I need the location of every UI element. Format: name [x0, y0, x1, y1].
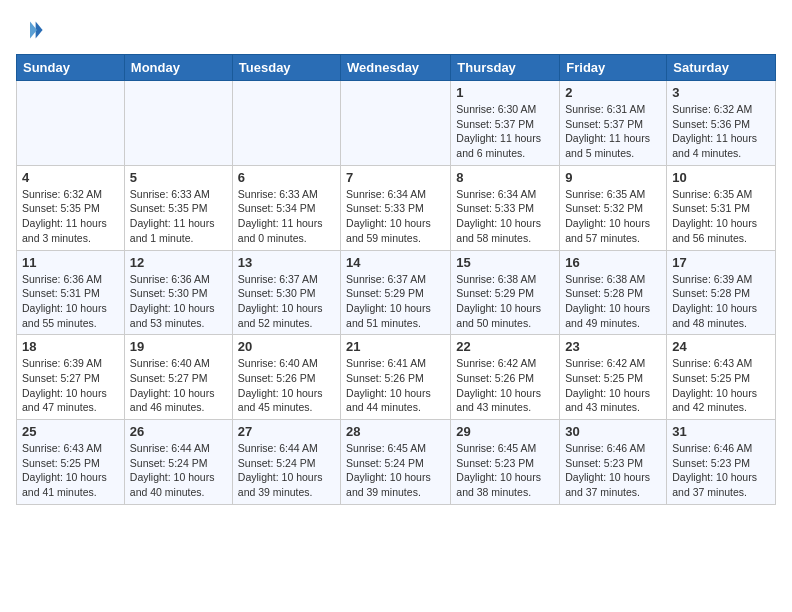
- day-info: Sunrise: 6:35 AM Sunset: 5:31 PM Dayligh…: [672, 187, 770, 246]
- day-cell: 26Sunrise: 6:44 AM Sunset: 5:24 PM Dayli…: [124, 420, 232, 505]
- day-number: 27: [238, 424, 335, 439]
- day-cell: [124, 81, 232, 166]
- day-cell: 17Sunrise: 6:39 AM Sunset: 5:28 PM Dayli…: [667, 250, 776, 335]
- day-cell: 4Sunrise: 6:32 AM Sunset: 5:35 PM Daylig…: [17, 165, 125, 250]
- day-number: 28: [346, 424, 445, 439]
- week-row-5: 25Sunrise: 6:43 AM Sunset: 5:25 PM Dayli…: [17, 420, 776, 505]
- day-cell: 14Sunrise: 6:37 AM Sunset: 5:29 PM Dayli…: [341, 250, 451, 335]
- header-monday: Monday: [124, 55, 232, 81]
- day-info: Sunrise: 6:45 AM Sunset: 5:23 PM Dayligh…: [456, 441, 554, 500]
- day-number: 21: [346, 339, 445, 354]
- day-number: 15: [456, 255, 554, 270]
- day-cell: 15Sunrise: 6:38 AM Sunset: 5:29 PM Dayli…: [451, 250, 560, 335]
- day-number: 13: [238, 255, 335, 270]
- day-number: 3: [672, 85, 770, 100]
- day-cell: [232, 81, 340, 166]
- day-cell: 25Sunrise: 6:43 AM Sunset: 5:25 PM Dayli…: [17, 420, 125, 505]
- day-number: 20: [238, 339, 335, 354]
- day-cell: 5Sunrise: 6:33 AM Sunset: 5:35 PM Daylig…: [124, 165, 232, 250]
- day-number: 2: [565, 85, 661, 100]
- day-number: 29: [456, 424, 554, 439]
- day-info: Sunrise: 6:39 AM Sunset: 5:28 PM Dayligh…: [672, 272, 770, 331]
- day-info: Sunrise: 6:43 AM Sunset: 5:25 PM Dayligh…: [672, 356, 770, 415]
- logo-icon: [16, 16, 44, 44]
- day-info: Sunrise: 6:46 AM Sunset: 5:23 PM Dayligh…: [565, 441, 661, 500]
- day-cell: [341, 81, 451, 166]
- day-cell: 11Sunrise: 6:36 AM Sunset: 5:31 PM Dayli…: [17, 250, 125, 335]
- day-info: Sunrise: 6:33 AM Sunset: 5:34 PM Dayligh…: [238, 187, 335, 246]
- day-cell: 27Sunrise: 6:44 AM Sunset: 5:24 PM Dayli…: [232, 420, 340, 505]
- day-info: Sunrise: 6:31 AM Sunset: 5:37 PM Dayligh…: [565, 102, 661, 161]
- day-number: 25: [22, 424, 119, 439]
- day-cell: 7Sunrise: 6:34 AM Sunset: 5:33 PM Daylig…: [341, 165, 451, 250]
- day-info: Sunrise: 6:45 AM Sunset: 5:24 PM Dayligh…: [346, 441, 445, 500]
- day-info: Sunrise: 6:33 AM Sunset: 5:35 PM Dayligh…: [130, 187, 227, 246]
- day-number: 31: [672, 424, 770, 439]
- day-cell: 22Sunrise: 6:42 AM Sunset: 5:26 PM Dayli…: [451, 335, 560, 420]
- day-cell: 16Sunrise: 6:38 AM Sunset: 5:28 PM Dayli…: [560, 250, 667, 335]
- day-cell: 8Sunrise: 6:34 AM Sunset: 5:33 PM Daylig…: [451, 165, 560, 250]
- day-cell: 31Sunrise: 6:46 AM Sunset: 5:23 PM Dayli…: [667, 420, 776, 505]
- day-info: Sunrise: 6:42 AM Sunset: 5:26 PM Dayligh…: [456, 356, 554, 415]
- day-number: 24: [672, 339, 770, 354]
- day-cell: 6Sunrise: 6:33 AM Sunset: 5:34 PM Daylig…: [232, 165, 340, 250]
- week-row-2: 4Sunrise: 6:32 AM Sunset: 5:35 PM Daylig…: [17, 165, 776, 250]
- day-number: 12: [130, 255, 227, 270]
- day-info: Sunrise: 6:41 AM Sunset: 5:26 PM Dayligh…: [346, 356, 445, 415]
- day-info: Sunrise: 6:43 AM Sunset: 5:25 PM Dayligh…: [22, 441, 119, 500]
- day-cell: 12Sunrise: 6:36 AM Sunset: 5:30 PM Dayli…: [124, 250, 232, 335]
- day-info: Sunrise: 6:46 AM Sunset: 5:23 PM Dayligh…: [672, 441, 770, 500]
- day-number: 23: [565, 339, 661, 354]
- day-number: 1: [456, 85, 554, 100]
- day-info: Sunrise: 6:34 AM Sunset: 5:33 PM Dayligh…: [456, 187, 554, 246]
- day-number: 11: [22, 255, 119, 270]
- day-info: Sunrise: 6:38 AM Sunset: 5:29 PM Dayligh…: [456, 272, 554, 331]
- day-cell: 1Sunrise: 6:30 AM Sunset: 5:37 PM Daylig…: [451, 81, 560, 166]
- week-row-3: 11Sunrise: 6:36 AM Sunset: 5:31 PM Dayli…: [17, 250, 776, 335]
- header-thursday: Thursday: [451, 55, 560, 81]
- day-number: 4: [22, 170, 119, 185]
- day-number: 30: [565, 424, 661, 439]
- day-info: Sunrise: 6:42 AM Sunset: 5:25 PM Dayligh…: [565, 356, 661, 415]
- day-cell: [17, 81, 125, 166]
- day-cell: 24Sunrise: 6:43 AM Sunset: 5:25 PM Dayli…: [667, 335, 776, 420]
- day-number: 14: [346, 255, 445, 270]
- day-cell: 9Sunrise: 6:35 AM Sunset: 5:32 PM Daylig…: [560, 165, 667, 250]
- calendar-header: SundayMondayTuesdayWednesdayThursdayFrid…: [17, 55, 776, 81]
- day-cell: 3Sunrise: 6:32 AM Sunset: 5:36 PM Daylig…: [667, 81, 776, 166]
- day-number: 16: [565, 255, 661, 270]
- day-cell: 29Sunrise: 6:45 AM Sunset: 5:23 PM Dayli…: [451, 420, 560, 505]
- day-cell: 28Sunrise: 6:45 AM Sunset: 5:24 PM Dayli…: [341, 420, 451, 505]
- day-cell: 2Sunrise: 6:31 AM Sunset: 5:37 PM Daylig…: [560, 81, 667, 166]
- day-number: 17: [672, 255, 770, 270]
- header-sunday: Sunday: [17, 55, 125, 81]
- day-number: 18: [22, 339, 119, 354]
- day-info: Sunrise: 6:37 AM Sunset: 5:30 PM Dayligh…: [238, 272, 335, 331]
- day-info: Sunrise: 6:44 AM Sunset: 5:24 PM Dayligh…: [238, 441, 335, 500]
- calendar-body: 1Sunrise: 6:30 AM Sunset: 5:37 PM Daylig…: [17, 81, 776, 505]
- calendar-table: SundayMondayTuesdayWednesdayThursdayFrid…: [16, 54, 776, 505]
- logo: [16, 16, 48, 44]
- day-info: Sunrise: 6:30 AM Sunset: 5:37 PM Dayligh…: [456, 102, 554, 161]
- header-saturday: Saturday: [667, 55, 776, 81]
- day-info: Sunrise: 6:39 AM Sunset: 5:27 PM Dayligh…: [22, 356, 119, 415]
- day-cell: 23Sunrise: 6:42 AM Sunset: 5:25 PM Dayli…: [560, 335, 667, 420]
- day-number: 26: [130, 424, 227, 439]
- day-info: Sunrise: 6:32 AM Sunset: 5:36 PM Dayligh…: [672, 102, 770, 161]
- day-number: 10: [672, 170, 770, 185]
- day-info: Sunrise: 6:36 AM Sunset: 5:30 PM Dayligh…: [130, 272, 227, 331]
- day-info: Sunrise: 6:36 AM Sunset: 5:31 PM Dayligh…: [22, 272, 119, 331]
- day-cell: 19Sunrise: 6:40 AM Sunset: 5:27 PM Dayli…: [124, 335, 232, 420]
- week-row-1: 1Sunrise: 6:30 AM Sunset: 5:37 PM Daylig…: [17, 81, 776, 166]
- header-wednesday: Wednesday: [341, 55, 451, 81]
- day-info: Sunrise: 6:44 AM Sunset: 5:24 PM Dayligh…: [130, 441, 227, 500]
- day-number: 19: [130, 339, 227, 354]
- header-tuesday: Tuesday: [232, 55, 340, 81]
- day-cell: 13Sunrise: 6:37 AM Sunset: 5:30 PM Dayli…: [232, 250, 340, 335]
- day-info: Sunrise: 6:37 AM Sunset: 5:29 PM Dayligh…: [346, 272, 445, 331]
- day-info: Sunrise: 6:40 AM Sunset: 5:26 PM Dayligh…: [238, 356, 335, 415]
- day-cell: 20Sunrise: 6:40 AM Sunset: 5:26 PM Dayli…: [232, 335, 340, 420]
- day-info: Sunrise: 6:40 AM Sunset: 5:27 PM Dayligh…: [130, 356, 227, 415]
- header-row: SundayMondayTuesdayWednesdayThursdayFrid…: [17, 55, 776, 81]
- day-info: Sunrise: 6:38 AM Sunset: 5:28 PM Dayligh…: [565, 272, 661, 331]
